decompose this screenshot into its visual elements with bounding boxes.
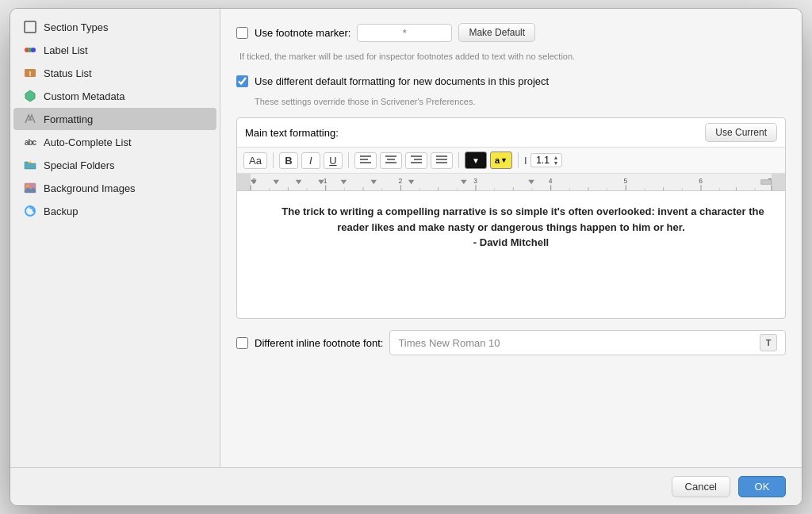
text-color-button[interactable]: ▼ [465, 152, 487, 169]
line-height-up-button[interactable]: ▲ [553, 155, 559, 160]
section-types-icon [23, 20, 37, 34]
preview-text: The trick to writing a compelling narrat… [253, 204, 769, 251]
dialog-content: Section Types Label List ! [10, 9, 802, 467]
footnote-font-label: Different inline footnote font: [255, 337, 383, 349]
sidebar-item-auto-complete[interactable]: abc Auto-Complete List [13, 131, 216, 153]
main-panel: Use footnote marker: Make Default If tic… [220, 9, 802, 467]
bold-button[interactable]: B [279, 152, 298, 169]
svg-marker-8 [29, 161, 32, 163]
svg-rect-25 [237, 174, 785, 190]
sidebar-label-status-list: Status List [44, 67, 92, 79]
svg-marker-6 [25, 90, 35, 102]
align-left-button[interactable] [354, 152, 377, 169]
label-list-icon [23, 43, 37, 57]
font-picker-button[interactable]: T [760, 334, 777, 351]
underline-button[interactable]: U [324, 152, 343, 169]
footnote-marker-row: Use footnote marker: Make Default [236, 23, 786, 42]
auto-complete-icon: abc [23, 135, 37, 149]
sidebar-item-section-types[interactable]: Section Types [13, 16, 216, 38]
svg-marker-74 [761, 180, 772, 185]
sidebar-label-custom-metadata: Custom Metadata [44, 90, 125, 102]
use-different-formatting-label: Use different default formatting for new… [255, 75, 549, 87]
svg-rect-0 [25, 21, 36, 33]
footnote-font-value: Times New Roman 10 [398, 337, 500, 349]
make-default-button[interactable]: Make Default [458, 23, 535, 42]
sidebar-item-backup[interactable]: Backup [13, 200, 216, 222]
override-help-text: These settings override those in Scriven… [255, 97, 786, 106]
svg-text:5: 5 [623, 177, 627, 185]
dialog: Section Types Label List ! [10, 8, 802, 506]
svg-text:4: 4 [549, 177, 553, 185]
svg-text:6: 6 [699, 177, 703, 185]
text-preview: The trick to writing a compelling narrat… [237, 191, 785, 318]
sidebar-item-background-images[interactable]: Background Images [13, 177, 216, 199]
sidebar-item-custom-metadata[interactable]: Custom Metadata [13, 85, 216, 107]
svg-text:2: 2 [399, 177, 403, 185]
footnote-marker-checkbox[interactable] [236, 27, 248, 39]
svg-text:1: 1 [324, 177, 327, 185]
format-toolbar: Aa B I U [237, 148, 785, 174]
italic-button[interactable]: I [301, 152, 320, 169]
highlight-color-button[interactable]: a ▼ [490, 152, 512, 169]
svg-text:!: ! [29, 70, 32, 78]
align-right-button[interactable] [405, 152, 427, 169]
align-justify-button[interactable] [431, 152, 453, 169]
ruler: 0 1 2 3 4 5 6 7 [237, 174, 785, 191]
line-height-value: 1.1 [534, 155, 552, 166]
svg-rect-26 [237, 174, 251, 190]
ok-button[interactable]: OK [738, 476, 786, 497]
dialog-footer: Cancel OK [10, 467, 802, 505]
sidebar-item-special-folders[interactable]: Special Folders [13, 154, 216, 176]
line-height-icon: I [524, 155, 527, 167]
toolbar-sep-1 [273, 152, 274, 168]
footnote-font-row: Different inline footnote font: Times Ne… [236, 330, 786, 355]
sidebar-label-auto-complete: Auto-Complete List [44, 136, 132, 148]
svg-text:3: 3 [473, 177, 477, 185]
sidebar-label-background-images: Background Images [44, 182, 136, 194]
sidebar-label-section-types: Section Types [44, 21, 108, 33]
background-images-icon [23, 181, 37, 195]
sidebar-label-backup: Backup [44, 205, 78, 217]
sidebar-label-special-folders: Special Folders [44, 159, 115, 171]
align-center-button[interactable] [380, 152, 402, 169]
status-list-icon: ! [23, 66, 37, 80]
backup-icon [23, 204, 37, 218]
svg-point-3 [31, 48, 36, 52]
sidebar-item-formatting[interactable]: Formatting [13, 108, 216, 130]
footnote-help-text: If ticked, the marker will be used for i… [239, 52, 786, 61]
toolbar-sep-3 [458, 152, 459, 168]
sidebar-item-label-list[interactable]: Label List [13, 39, 216, 61]
toolbar-sep-4 [518, 152, 519, 168]
line-height-down-button[interactable]: ▼ [553, 160, 559, 166]
footnote-marker-label: Use footnote marker: [255, 27, 350, 39]
sidebar-item-status-list[interactable]: ! Status List [13, 62, 216, 84]
line-height-control[interactable]: 1.1 ▲ ▼ [530, 153, 563, 167]
font-picker-icon: T [766, 338, 772, 347]
main-text-formatting-label: Main text formatting: [245, 127, 339, 139]
highlight-arrow: ▼ [500, 156, 508, 164]
highlight-label: a [495, 155, 500, 165]
use-different-formatting-checkbox[interactable] [236, 75, 248, 87]
svg-rect-27 [772, 174, 785, 190]
footnote-font-checkbox[interactable] [236, 337, 248, 349]
formatting-section: Main text formatting: Use Current Aa B I… [236, 117, 786, 319]
use-different-formatting-row: Use different default formatting for new… [236, 75, 786, 87]
use-current-button[interactable]: Use Current [705, 123, 777, 142]
formatting-header: Main text formatting: Use Current [237, 118, 785, 148]
footnote-marker-input[interactable] [357, 24, 452, 42]
cancel-button[interactable]: Cancel [672, 476, 730, 497]
sidebar-label-label-list: Label List [44, 44, 88, 56]
formatting-icon [23, 112, 37, 126]
toolbar-sep-2 [348, 152, 349, 168]
footnote-font-display: Times New Roman 10 T [389, 330, 786, 355]
sidebar-label-formatting: Formatting [44, 113, 93, 125]
special-folders-icon [23, 158, 37, 172]
font-size-button[interactable]: Aa [243, 152, 267, 169]
sidebar: Section Types Label List ! [10, 9, 220, 467]
color-swatch-arrow: ▼ [472, 156, 480, 165]
custom-metadata-icon [23, 89, 37, 103]
